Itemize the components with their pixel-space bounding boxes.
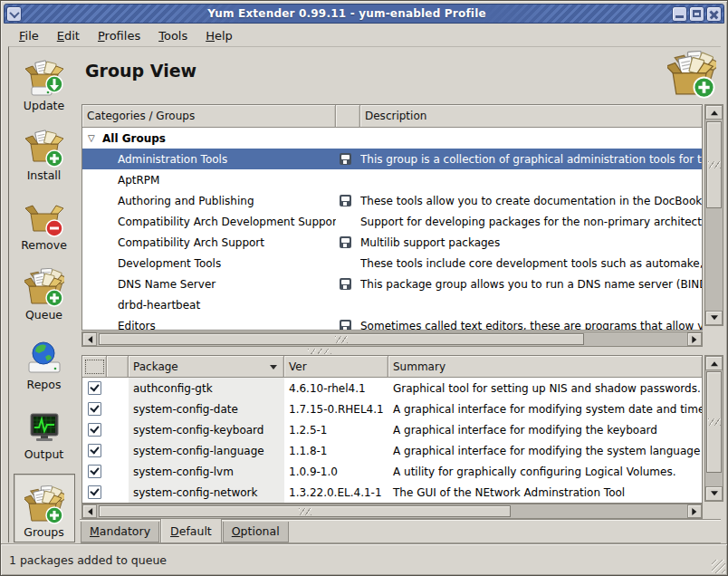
column-header-description[interactable]: Description [360,105,702,128]
tab-mandatory[interactable]: Mandatory [81,522,159,542]
statusbar: 1 packages added to queue [1,543,727,575]
menu-help[interactable]: Help [198,27,240,44]
package-summary: A utility for graphically configuring Lo… [388,466,702,478]
sidebar-item-repos[interactable]: Repos [14,334,75,391]
floppy-disk-icon [340,320,351,330]
sidebar-item-output[interactable]: Output [14,404,75,461]
scrollbar-thumb[interactable] [706,371,722,473]
scrollbar-track[interactable] [705,120,723,311]
package-name: authconfig-gtk [129,378,284,398]
titlebar[interactable]: Yum Extender 0.99.11 - yum-enabled Profi… [4,4,724,24]
column-header-package-label: Package [133,360,178,373]
expander-triangle-icon[interactable] [88,133,102,143]
package-checkbox[interactable] [88,402,101,416]
pane-splitter-handle[interactable] [81,349,703,354]
minimize-button[interactable] [672,6,687,22]
scrollbar-track[interactable] [705,370,723,486]
group-row[interactable]: Administration Tools This group is a col… [82,149,702,169]
menu-profiles[interactable]: Profiles [91,27,148,44]
group-root-row[interactable]: All Groups [82,128,702,149]
arrow-left-icon [84,508,92,515]
package-row[interactable]: system-config-network 1.3.22.0.EL.4.1-1 … [82,482,702,503]
window-menu-button[interactable] [6,6,22,22]
package-version: 1.0.9-1.0 [284,466,388,478]
groups-vertical-scrollbar[interactable] [704,104,723,326]
group-row[interactable]: DNS Name Server This package group allow… [82,274,702,294]
scrollbar-thumb[interactable] [99,505,511,517]
group-description: Sometimes called text editors, these are… [360,320,702,331]
sidebar-item-install[interactable]: Install [14,125,75,182]
scrollbar-thumb[interactable] [99,333,584,345]
packages-horizontal-scrollbar[interactable] [81,504,703,519]
column-header-summary[interactable]: Summary [388,356,702,378]
column-header-checkbox[interactable] [82,356,107,378]
maximize-button[interactable] [689,6,704,22]
group-row[interactable]: Development Tools These tools include co… [82,253,702,274]
scrollbar-track[interactable] [97,504,687,518]
scroll-right-button[interactable] [687,504,702,518]
column-header-icon[interactable] [336,105,360,128]
group-row[interactable]: Authoring and Publishing These tools all… [82,190,702,211]
package-row[interactable]: system-config-lvm 1.0.9-1.0 A utility fo… [82,461,702,482]
scroll-down-button[interactable] [705,311,723,325]
packages-table-header: Package Ver Summary [82,356,702,378]
column-header-package[interactable]: Package [129,356,284,378]
group-name: AptRPM [82,174,336,187]
group-row[interactable]: drbd-heartbeat [82,294,702,315]
sidebar-label: Queue [25,308,62,322]
package-checkbox[interactable] [88,485,101,499]
repos-icon [24,338,64,378]
package-row[interactable]: system-config-date 1.7.15-0.RHEL4.1 A gr… [82,398,702,419]
scrollbar-thumb[interactable] [706,121,722,208]
package-checkbox[interactable] [88,381,101,395]
group-row[interactable]: Compatibility Arch Support Multilib supp… [82,232,702,253]
groups-horizontal-scrollbar[interactable] [81,331,703,347]
package-summary: A graphical interface for modifying the … [388,424,702,437]
group-row[interactable]: Compatibility Arch Development Support S… [82,211,702,232]
sidebar-label: Remove [21,238,67,252]
groups-table: Categories / Groups Description All Grou… [81,104,703,331]
scrollbar-track[interactable] [97,332,687,346]
scroll-up-button[interactable] [705,356,723,370]
menu-tools[interactable]: Tools [151,27,195,44]
package-name: system-config-lvm [129,461,284,482]
arrow-right-icon [692,336,700,343]
group-name: Development Tools [82,257,336,270]
tab-optional[interactable]: Optional [223,522,289,542]
tab-default[interactable]: Default [160,519,222,543]
column-header-categories-groups[interactable]: Categories / Groups [82,105,336,128]
menu-file[interactable]: File [12,27,46,44]
scroll-right-button[interactable] [687,332,702,346]
scroll-down-button[interactable] [705,486,723,501]
arrow-left-icon [84,336,92,343]
scroll-left-button[interactable] [82,332,97,346]
resize-grip[interactable] [712,560,725,573]
package-summary: Graphical tool for setting up NIS and sh… [388,382,702,395]
sidebar-label: Repos [27,378,62,391]
packages-table: Package Ver Summary authconfig-gtk 4.6.1… [81,355,703,504]
scroll-up-button[interactable] [705,105,723,120]
sidebar-item-queue[interactable]: Queue [14,264,75,322]
scroll-left-button[interactable] [82,504,97,518]
package-checkbox[interactable] [88,423,101,437]
sidebar-item-remove[interactable]: Remove [14,195,75,252]
column-header-status[interactable] [107,356,129,378]
package-row[interactable]: system-config-language 1.1.8-1 A graphic… [82,440,702,461]
close-button[interactable] [706,6,722,22]
sidebar-label: Update [24,99,64,112]
package-summary: The GUI of the NEtwork Adminstration Too… [388,486,702,499]
package-checkbox[interactable] [88,465,101,478]
group-row[interactable]: Editors Sometimes called text editors, t… [82,315,702,330]
packages-vertical-scrollbar[interactable] [704,355,723,502]
group-description: Support for developing packages for the … [360,216,702,228]
sidebar-item-groups[interactable]: Groups [14,474,75,542]
queue-icon [24,268,64,308]
package-checkbox[interactable] [88,444,101,457]
package-summary: A graphical interface for modifying syst… [388,403,702,416]
sidebar-item-update[interactable]: Update [14,55,75,112]
package-row[interactable]: authconfig-gtk 4.6.10-rhel4.1 Graphical … [82,378,702,398]
group-row[interactable]: AptRPM [82,169,702,190]
menu-edit[interactable]: Edit [50,27,87,44]
package-row[interactable]: system-config-keyboard 1.2.5-1 A graphic… [82,419,702,440]
column-header-ver[interactable]: Ver [284,356,388,378]
